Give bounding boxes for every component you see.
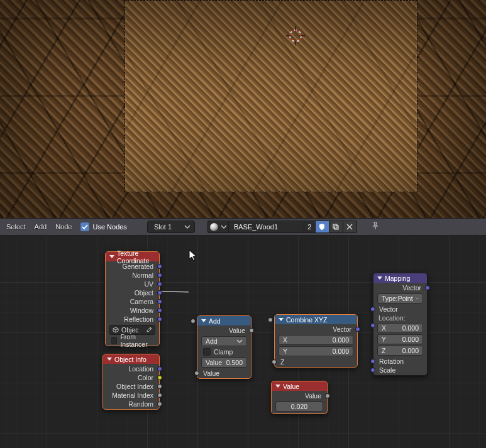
node-editor-header: Select Add Node Use Nodes Slot 1 BASE_Wo… xyxy=(0,218,486,236)
clamp-toggle[interactable]: Clamp xyxy=(197,347,251,356)
svg-rect-6 xyxy=(333,224,337,228)
socket-value-out[interactable]: Value xyxy=(197,326,251,335)
loc-z-field[interactable]: Z0.000 xyxy=(377,346,423,356)
checkbox-icon xyxy=(111,337,117,344)
close-icon xyxy=(346,224,353,230)
node-title[interactable]: Value xyxy=(272,381,327,391)
value-field[interactable]: 0.020 xyxy=(275,402,323,412)
collapse-icon xyxy=(279,318,284,321)
chevron-down-icon xyxy=(221,224,227,230)
socket-scale-in[interactable]: Scale xyxy=(373,366,427,374)
chevron-down-icon xyxy=(184,224,191,230)
socket-object-index[interactable]: Object Index xyxy=(103,382,159,391)
material-user-count[interactable]: 2 xyxy=(304,221,316,233)
node-title[interactable]: Object Info xyxy=(103,354,159,364)
unlink-material-button[interactable] xyxy=(343,221,357,233)
material-browse-dropdown[interactable] xyxy=(220,221,229,233)
socket-rotation-in[interactable]: Rotation xyxy=(373,357,427,366)
collapse-icon xyxy=(107,358,112,361)
svg-rect-7 xyxy=(334,226,338,229)
menu-select[interactable]: Select xyxy=(6,223,26,231)
use-nodes-toggle[interactable]: Use Nodes xyxy=(80,222,126,231)
loc-y-field[interactable]: Y0.000 xyxy=(377,334,423,344)
socket-vector-out[interactable]: Vector xyxy=(373,283,427,292)
shield-icon xyxy=(318,223,326,231)
loc-x-field[interactable]: X0.000 xyxy=(377,323,423,333)
socket-z-in[interactable]: Z xyxy=(275,358,357,366)
node-object-info[interactable]: Object Info Location Color Object Index … xyxy=(102,354,160,410)
socket-object[interactable]: Object xyxy=(106,288,159,297)
node-title[interactable]: Texture Coordinate xyxy=(106,252,159,261)
collapse-icon xyxy=(109,255,114,258)
socket-window[interactable]: Window xyxy=(106,306,159,315)
socket-reflection[interactable]: Reflection xyxy=(106,315,159,324)
location-label: Location: xyxy=(373,314,427,322)
eyedropper-icon[interactable] xyxy=(146,327,152,333)
socket-value-in[interactable]: Value xyxy=(197,369,251,378)
node-mapping[interactable]: Mapping Vector Type:Point Vector Locatio… xyxy=(373,273,428,376)
node-combine-xyz[interactable]: Combine XYZ Vector X0.000 Y0.000 Z xyxy=(274,314,358,368)
viewport-3d[interactable] xyxy=(0,0,486,218)
chevron-down-icon xyxy=(236,338,243,344)
collapse-icon xyxy=(201,319,206,322)
menu-add[interactable]: Add xyxy=(35,223,47,231)
y-field[interactable]: Y0.000 xyxy=(279,346,353,356)
mouse-cursor-icon xyxy=(189,249,199,262)
socket-location[interactable]: Location xyxy=(103,364,159,373)
socket-value-out[interactable]: Value xyxy=(272,391,327,400)
new-material-button[interactable] xyxy=(329,221,343,233)
value-field[interactable]: Value0.500 xyxy=(201,358,247,368)
checkbox-icon xyxy=(203,348,211,356)
collapse-icon xyxy=(377,276,382,280)
x-field[interactable]: X0.000 xyxy=(279,335,353,345)
menu-node[interactable]: Node xyxy=(55,223,72,231)
pin-icon xyxy=(371,222,380,231)
node-title[interactable]: Mapping xyxy=(373,273,427,283)
socket-generated[interactable]: Generated xyxy=(106,262,159,271)
material-slot-dropdown[interactable]: Slot 1 xyxy=(147,221,195,233)
from-instancer-toggle[interactable]: From Instancer xyxy=(106,336,159,345)
chevron-down-icon xyxy=(416,295,419,302)
socket-camera[interactable]: Camera xyxy=(106,297,159,306)
node-math-add[interactable]: Add Value Add Clamp Value0.500 Value xyxy=(197,315,251,379)
material-preview-icon[interactable] xyxy=(207,221,220,233)
fake-user-button[interactable] xyxy=(316,221,329,233)
cursor-3d-icon xyxy=(286,26,305,45)
node-editor[interactable]: Texture Coordinate Generated Normal UV O… xyxy=(0,236,486,448)
socket-normal[interactable]: Normal xyxy=(106,271,159,280)
type-dropdown[interactable]: Type:Point xyxy=(377,293,423,303)
socket-material-index[interactable]: Material Index xyxy=(103,391,159,400)
pin-button[interactable] xyxy=(371,222,380,232)
socket-vector-in[interactable]: Vector xyxy=(373,305,427,314)
collapse-icon xyxy=(275,385,280,388)
socket-random[interactable]: Random xyxy=(103,400,159,408)
selected-hex-tile[interactable] xyxy=(124,0,417,192)
node-title[interactable]: Add xyxy=(197,316,251,325)
duplicate-icon xyxy=(332,223,340,231)
node-value[interactable]: Value Value 0.020 xyxy=(271,381,328,414)
object-icon xyxy=(113,327,119,333)
checkbox-checked-icon xyxy=(80,222,89,231)
socket-color[interactable]: Color xyxy=(103,373,159,382)
node-texture-coordinate[interactable]: Texture Coordinate Generated Normal UV O… xyxy=(105,251,160,346)
slot-label: Slot 1 xyxy=(154,223,172,231)
socket-uv[interactable]: UV xyxy=(106,280,159,288)
socket-vector-out[interactable]: Vector xyxy=(275,325,357,334)
use-nodes-label: Use Nodes xyxy=(92,223,126,231)
operation-dropdown[interactable]: Add xyxy=(201,336,247,346)
node-title[interactable]: Combine XYZ xyxy=(275,315,357,324)
material-name-field[interactable]: BASE_Wood1 xyxy=(229,221,304,233)
